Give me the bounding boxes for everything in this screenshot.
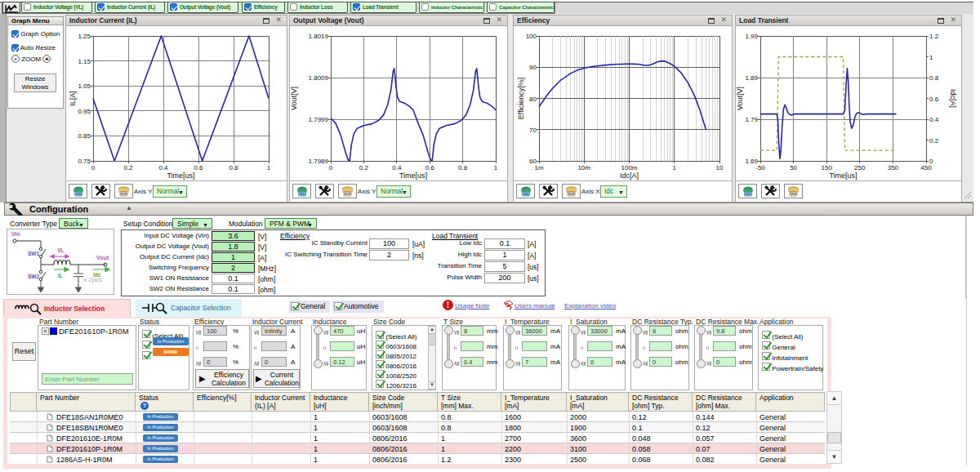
svg-text:0.6: 0.6 bbox=[425, 164, 435, 171]
svg-text:Idc[A]: Idc[A] bbox=[949, 89, 957, 108]
svg-text:Time[us]: Time[us] bbox=[829, 171, 857, 180]
svg-text:0.85: 0.85 bbox=[78, 132, 91, 140]
svg-text:1.15: 1.15 bbox=[78, 58, 91, 65]
svg-text:Idc[A]: Idc[A] bbox=[620, 171, 639, 180]
svg-text:0.2: 0.2 bbox=[929, 137, 939, 145]
svg-text:0.4: 0.4 bbox=[929, 116, 939, 123]
svg-text:100: 100 bbox=[526, 33, 537, 40]
svg-text:1.7989: 1.7989 bbox=[309, 158, 329, 165]
svg-text:0.8: 0.8 bbox=[929, 74, 939, 82]
svg-text:0: 0 bbox=[929, 158, 933, 165]
svg-text:1m: 1m bbox=[534, 164, 543, 171]
svg-text:0.2: 0.2 bbox=[123, 164, 133, 171]
svg-text:0.8: 0.8 bbox=[229, 164, 238, 171]
svg-text:0.6: 0.6 bbox=[929, 96, 939, 103]
svg-text:50: 50 bbox=[790, 164, 797, 171]
svg-text:csv: csv bbox=[523, 192, 529, 196]
svg-text:0.95: 0.95 bbox=[78, 108, 91, 115]
svg-text:1: 1 bbox=[267, 164, 271, 171]
svg-text:Vout[V]: Vout[V] bbox=[736, 87, 744, 110]
svg-text:Time[us]: Time[us] bbox=[167, 171, 194, 180]
svg-text:1.2: 1.2 bbox=[929, 33, 939, 40]
svg-text:10: 10 bbox=[716, 164, 724, 171]
svg-text:1.25: 1.25 bbox=[78, 33, 91, 40]
svg-text:1.89: 1.89 bbox=[745, 74, 758, 82]
svg-text:150: 150 bbox=[822, 164, 833, 171]
svg-text:0.2: 0.2 bbox=[359, 164, 369, 171]
svg-text:90: 90 bbox=[529, 64, 537, 71]
svg-text:1.05: 1.05 bbox=[78, 82, 91, 90]
svg-text:70: 70 bbox=[529, 127, 537, 134]
svg-text:450: 450 bbox=[920, 164, 932, 171]
svg-text:1.7999: 1.7999 bbox=[309, 116, 329, 123]
svg-text:Vout[V]: Vout[V] bbox=[290, 87, 298, 110]
svg-text:1: 1 bbox=[494, 164, 498, 171]
svg-text:1.79: 1.79 bbox=[745, 116, 758, 123]
svg-text:csv: csv bbox=[745, 192, 751, 196]
svg-text:100m: 100m bbox=[621, 164, 637, 171]
svg-text:0.6: 0.6 bbox=[194, 164, 203, 171]
svg-text:10m: 10m bbox=[577, 164, 590, 171]
svg-text:1.8009: 1.8009 bbox=[309, 74, 329, 82]
svg-text:1.8019: 1.8019 bbox=[309, 33, 329, 40]
svg-text:0.8: 0.8 bbox=[458, 164, 468, 171]
svg-text:1: 1 bbox=[929, 54, 933, 61]
svg-text:IL[A]: IL[A] bbox=[69, 91, 77, 106]
svg-text:Time[us]: Time[us] bbox=[399, 171, 427, 180]
svg-text:csv: csv bbox=[299, 192, 305, 196]
svg-text:-50: -50 bbox=[755, 164, 765, 171]
svg-text:250: 250 bbox=[854, 164, 866, 171]
svg-text:1: 1 bbox=[673, 164, 677, 171]
svg-text:350: 350 bbox=[888, 164, 899, 171]
svg-text:0.4: 0.4 bbox=[158, 164, 168, 171]
svg-text:0: 0 bbox=[329, 164, 333, 171]
svg-text:csv: csv bbox=[75, 192, 82, 196]
svg-text:0: 0 bbox=[91, 164, 96, 171]
svg-text:Efficiency[%]: Efficiency[%] bbox=[517, 78, 525, 119]
svg-text:1.99: 1.99 bbox=[745, 33, 758, 40]
svg-text:0.75: 0.75 bbox=[78, 158, 91, 165]
svg-text:0.4: 0.4 bbox=[392, 164, 402, 171]
svg-text:80: 80 bbox=[529, 96, 537, 103]
